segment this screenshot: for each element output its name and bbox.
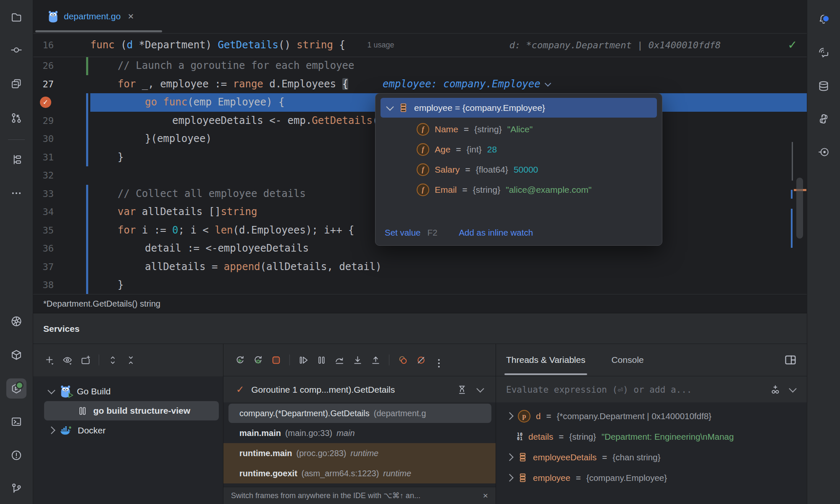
chevron-down-icon[interactable] xyxy=(47,386,55,394)
chevron-down-icon[interactable] xyxy=(476,385,484,392)
kubernetes-icon[interactable] xyxy=(6,311,26,331)
field-type: {float64} xyxy=(476,165,508,175)
step-over-button[interactable] xyxy=(331,352,347,368)
show-options-button[interactable] xyxy=(59,352,75,368)
tab-console[interactable]: Console xyxy=(610,344,646,376)
python-packages-icon[interactable] xyxy=(6,345,26,365)
goroutine-selector[interactable]: ✓ Goroutine 1 comp...ment).GetDetails xyxy=(223,376,496,403)
chevron-down-icon[interactable] xyxy=(789,385,796,392)
pull-requests-icon[interactable] xyxy=(6,108,26,128)
expand-all-button[interactable] xyxy=(105,352,121,368)
line-number[interactable]: 38 xyxy=(33,276,54,294)
chevron-right-icon[interactable] xyxy=(506,412,513,420)
stack-frame[interactable]: company.(*Department).GetDetails(departm… xyxy=(228,404,491,423)
breakpoint-icon[interactable]: ✓ xyxy=(40,97,51,108)
panel-splitter[interactable] xyxy=(496,344,496,504)
service-item-docker[interactable]: Docker xyxy=(33,420,223,440)
tab-threads-variables[interactable]: Threads & Variables xyxy=(504,344,587,376)
step-out-button[interactable] xyxy=(368,352,383,368)
line-number[interactable]: 30 xyxy=(33,130,54,148)
line-number[interactable]: 33 xyxy=(33,185,54,203)
add-service-button[interactable] xyxy=(41,352,57,368)
terminal-icon[interactable] xyxy=(6,412,26,432)
panel-splitter[interactable] xyxy=(223,344,223,504)
tab-department-go[interactable]: department.go × xyxy=(35,0,146,33)
services-title: Services xyxy=(43,324,79,334)
line-number[interactable]: 37 xyxy=(33,258,54,276)
group-services-button[interactable] xyxy=(77,352,93,368)
inspections-ok-icon[interactable]: ✓ xyxy=(788,34,797,57)
code-line-26[interactable]: 26// Launch a goroutine for each employe… xyxy=(33,57,807,75)
service-item-go-build-structure-view[interactable]: go build structure-view xyxy=(44,401,219,420)
editor-options-kebab-icon[interactable] xyxy=(784,11,792,22)
stack-frame[interactable]: runtime.goexit(asm_arm64.s:1223)runtime xyxy=(223,463,496,483)
stop-button[interactable] xyxy=(268,352,284,368)
copy-icon[interactable] xyxy=(6,74,26,94)
stack-frame[interactable]: main.main(main.go:33)main xyxy=(223,423,496,443)
line-number[interactable]: 36 xyxy=(33,239,54,258)
database-icon[interactable] xyxy=(814,76,834,96)
pause-button[interactable] xyxy=(313,352,329,368)
notifications-icon[interactable] xyxy=(814,9,834,29)
hide-frames-hourglass-icon[interactable] xyxy=(457,384,467,395)
chevron-right-icon[interactable] xyxy=(506,453,513,461)
line-number[interactable]: 27 xyxy=(33,75,54,94)
sticky-function-line[interactable]: 16 func (d *Department) GetDetails() str… xyxy=(33,34,807,57)
evaluate-expression-field[interactable]: Evaluate expression (⏎) or add a... xyxy=(496,376,807,403)
breadcrumb-text[interactable]: *Department.GetDetails() string xyxy=(43,299,160,309)
project-icon[interactable] xyxy=(6,7,26,27)
inline-debugger-hint[interactable]: employee: company.Employee xyxy=(383,75,550,94)
change-marker xyxy=(86,112,88,130)
python-console-icon[interactable] xyxy=(814,109,834,129)
code-line-38[interactable]: 38} xyxy=(33,276,807,294)
collapse-all-button[interactable] xyxy=(123,352,139,368)
add-inline-watch-link[interactable]: Add as inline watch xyxy=(459,228,533,238)
line-number[interactable]: 32 xyxy=(33,166,54,185)
variable-employeeDetails[interactable]: employeeDetails={chan string} xyxy=(496,447,807,467)
resume-button[interactable] xyxy=(295,352,311,368)
popup-field-name[interactable]: fName={string}"Alice" xyxy=(375,119,662,139)
usage-hint[interactable]: 1 usage xyxy=(367,41,394,50)
services-icon[interactable] xyxy=(6,378,26,399)
tab-close-icon[interactable]: × xyxy=(128,10,134,22)
ai-assistant-icon[interactable] xyxy=(814,42,834,63)
debugger-value-popup: employee = {company.Employee} fName={str… xyxy=(375,93,662,246)
add-watch-icon[interactable] xyxy=(770,384,781,395)
inline-debugger-value-hint[interactable]: d: *company.Department | 0x1400010fdf8 xyxy=(509,34,721,57)
popup-field-salary[interactable]: fSalary={float64}50000 xyxy=(375,160,662,180)
endpoints-icon[interactable] xyxy=(814,142,834,162)
popup-field-age[interactable]: fAge={int}28 xyxy=(375,139,662,160)
rerun-button[interactable] xyxy=(232,352,248,368)
step-into-button[interactable] xyxy=(349,352,365,368)
line-number[interactable]: 26 xyxy=(33,57,54,75)
variable-employee[interactable]: employee={company.Employee} xyxy=(496,467,807,488)
more-tool-windows-icon[interactable] xyxy=(6,183,26,203)
code-line-37[interactable]: 37allDetails = append(allDetails, detail… xyxy=(33,258,807,276)
version-control-icon[interactable] xyxy=(6,478,26,499)
line-number[interactable]: 35 xyxy=(33,221,54,240)
line-number[interactable]: 29 xyxy=(33,112,54,130)
structure-icon[interactable] xyxy=(6,150,26,170)
service-item-go-build[interactable]: Go Build xyxy=(33,381,223,401)
mute-breakpoints-button[interactable] xyxy=(413,352,429,368)
popup-root-row[interactable]: employee = {company.Employee} xyxy=(381,98,657,118)
set-value-link[interactable]: Set value xyxy=(385,228,420,238)
debug-more-kebab-icon[interactable] xyxy=(431,352,447,368)
stack-frame[interactable]: runtime.main(proc.go:283)runtime xyxy=(223,443,496,463)
variable-details[interactable]: 1001details={string}"Department: Enginee… xyxy=(496,426,807,447)
banner-close-icon[interactable]: × xyxy=(483,491,488,501)
rerun-debug-button[interactable] xyxy=(250,352,266,368)
layout-settings-icon[interactable] xyxy=(784,353,797,367)
commit-icon[interactable] xyxy=(6,40,26,60)
view-breakpoints-button[interactable] xyxy=(395,352,411,368)
services-panel-header[interactable]: Services xyxy=(33,313,807,344)
line-number[interactable]: 34 xyxy=(33,203,54,221)
chevron-right-icon[interactable] xyxy=(47,426,55,434)
line-number[interactable]: 31 xyxy=(33,148,54,167)
problems-icon[interactable] xyxy=(6,445,26,465)
popup-field-email[interactable]: fEmail={string}"alice@example.com" xyxy=(375,180,662,200)
code-line-27[interactable]: 27for _, employee := range d.Employees {… xyxy=(33,75,807,94)
variable-d[interactable]: pd={*company.Department | 0x1400010fdf8} xyxy=(496,406,807,426)
scrollbar-thumb[interactable] xyxy=(796,178,803,239)
chevron-right-icon[interactable] xyxy=(506,474,513,481)
